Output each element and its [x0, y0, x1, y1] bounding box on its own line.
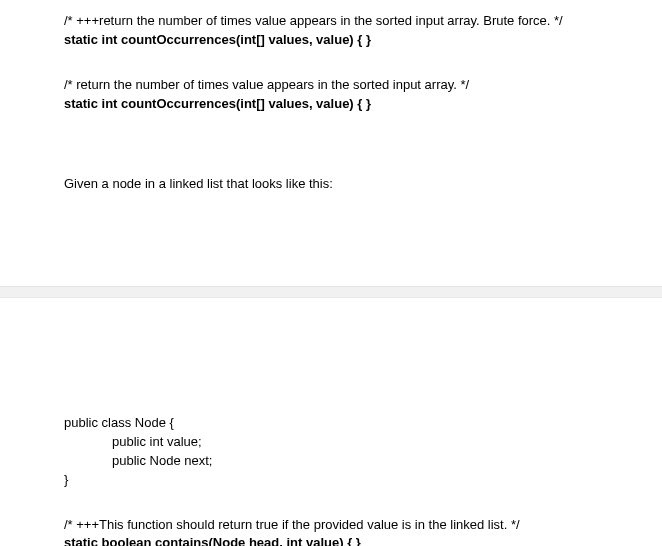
- code-block-3: /* +++This function should return true i…: [64, 516, 662, 546]
- spacer: [64, 139, 662, 175]
- class-line-1: public class Node {: [64, 414, 662, 433]
- code-block-2: /* return the number of times value appe…: [64, 76, 662, 114]
- spacer: [64, 194, 662, 274]
- prose-linked-list-intro: Given a node in a linked list that looks…: [64, 175, 662, 194]
- class-line-4: }: [64, 471, 662, 490]
- class-line-3: public Node next;: [64, 452, 662, 471]
- upper-section: /* +++return the number of times value a…: [0, 0, 662, 286]
- code-block-1: /* +++return the number of times value a…: [64, 12, 662, 50]
- comment-1: /* +++return the number of times value a…: [64, 12, 662, 31]
- spacer: [64, 310, 662, 414]
- lower-section: public class Node { public int value; pu…: [0, 298, 662, 546]
- signature-2: static int countOccurrences(int[] values…: [64, 95, 662, 114]
- comment-2: /* return the number of times value appe…: [64, 76, 662, 95]
- class-line-2: public int value;: [64, 433, 662, 452]
- signature-1: static int countOccurrences(int[] values…: [64, 31, 662, 50]
- comment-3: /* +++This function should return true i…: [64, 516, 662, 535]
- signature-3: static boolean contains(Node head, int v…: [64, 534, 662, 546]
- node-class-block: public class Node { public int value; pu…: [64, 414, 662, 489]
- page-divider: [0, 286, 662, 298]
